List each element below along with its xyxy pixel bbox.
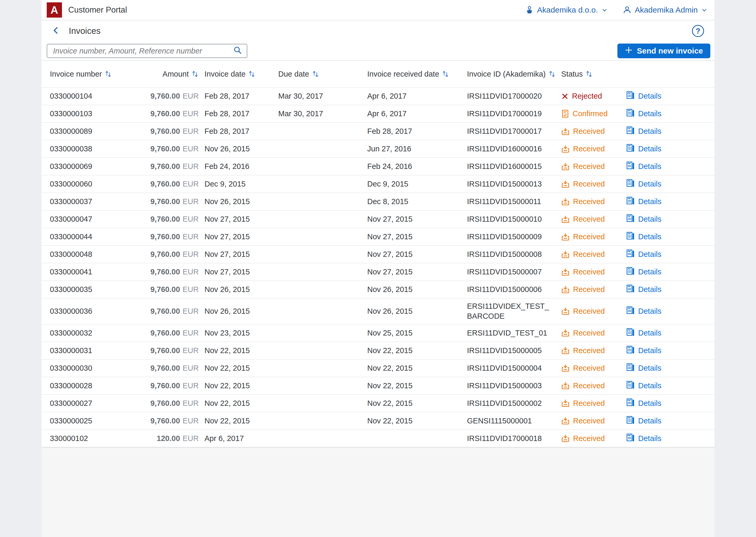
- details-document-icon: [626, 214, 635, 224]
- details-link[interactable]: Details: [626, 196, 706, 207]
- details-link[interactable]: Details: [626, 434, 706, 444]
- details-document-icon: [626, 179, 635, 189]
- page-background: [41, 447, 715, 537]
- details-cell-wrap: Details: [626, 328, 706, 338]
- invoice-date-cell: Nov 27, 2015: [199, 232, 278, 241]
- amount-cell: 9,760.00EUR: [130, 307, 199, 315]
- amount-cell: 9,760.00EUR: [130, 232, 199, 241]
- company-selector[interactable]: Akademika d.o.o.: [525, 6, 608, 15]
- received-inbox-icon: [561, 197, 570, 206]
- invoice-id-cell: IRSI11DVID15000009: [467, 229, 561, 244]
- help-button[interactable]: ?: [692, 25, 704, 37]
- details-link[interactable]: Details: [626, 363, 706, 373]
- column-header-invoice-id[interactable]: Invoice ID (Akademika): [467, 70, 561, 78]
- status-cell: Received: [561, 197, 626, 206]
- invoice-number-cell: 0330000060: [50, 180, 130, 188]
- details-cell-wrap: Details: [626, 108, 706, 119]
- amount-value: 9,760.00: [151, 197, 180, 206]
- back-button[interactable]: [50, 25, 62, 37]
- details-document-icon: [626, 232, 635, 242]
- amount-currency: EUR: [183, 215, 199, 223]
- amount-currency: EUR: [183, 109, 199, 118]
- invoice-table-row: 0330000030 9,760.00EUR Nov 22, 2015 Nov …: [41, 360, 715, 377]
- details-link[interactable]: Details: [626, 232, 706, 242]
- received-inbox-icon: [561, 180, 570, 188]
- invoice-date-cell: Feb 28, 2017: [199, 109, 278, 118]
- status-label: Received: [573, 285, 605, 294]
- details-cell-wrap: Details: [626, 346, 706, 356]
- details-link[interactable]: Details: [626, 306, 706, 316]
- column-header-status[interactable]: Status: [561, 70, 626, 78]
- amount-currency: EUR: [183, 197, 199, 206]
- status-cell: Received: [561, 307, 626, 315]
- details-link[interactable]: Details: [626, 381, 706, 391]
- details-link[interactable]: Details: [626, 416, 706, 426]
- amount-currency: EUR: [183, 180, 199, 188]
- invoice-id-cell: IRSI11DVID15000005: [467, 343, 561, 358]
- invoice-id-cell: IRSI11DVID17000020: [467, 88, 561, 103]
- status-cell: Rejected: [561, 92, 626, 101]
- received-inbox-icon: [561, 145, 570, 153]
- details-label: Details: [638, 197, 661, 206]
- amount-cell: 9,760.00EUR: [130, 329, 199, 337]
- invoice-id-cell: IRSI11DVID15000011: [467, 194, 561, 209]
- invoice-received-date-cell: Nov 26, 2015: [367, 285, 467, 294]
- details-link[interactable]: Details: [626, 249, 706, 260]
- details-link[interactable]: Details: [626, 267, 706, 277]
- details-link[interactable]: Details: [626, 398, 706, 408]
- invoice-id-cell: IRSI11DVID17000019: [467, 106, 561, 121]
- details-cell-wrap: Details: [626, 284, 706, 295]
- invoice-table-row: 0330000044 9,760.00EUR Nov 27, 2015 Nov …: [41, 228, 715, 246]
- invoice-date-cell: Feb 28, 2017: [199, 127, 278, 136]
- search-input[interactable]: [53, 46, 233, 56]
- user-menu[interactable]: Akademika Admin: [623, 6, 708, 15]
- details-link[interactable]: Details: [626, 328, 706, 338]
- amount-value: 9,760.00: [151, 399, 180, 407]
- invoice-date-cell: Nov 27, 2015: [199, 250, 278, 259]
- received-inbox-icon: [561, 364, 570, 372]
- column-header-invoice-date[interactable]: Invoice date: [199, 70, 278, 78]
- invoice-id-cell: IRSI11DVID16000015: [467, 159, 561, 174]
- invoice-table-row: 0330000032 9,760.00EUR Nov 23, 2015 Nov …: [41, 324, 715, 342]
- details-document-icon: [626, 161, 635, 172]
- column-header-invoice-received-date[interactable]: Invoice received date: [367, 70, 467, 78]
- invoice-date-cell: Feb 24, 2016: [199, 162, 278, 171]
- company-logo: A: [47, 2, 62, 18]
- invoice-received-date-cell: Nov 22, 2015: [367, 417, 467, 425]
- column-header-due-date[interactable]: Due date: [278, 70, 367, 78]
- invoice-number-cell: 0330000103: [50, 109, 130, 118]
- status-cell: Received: [561, 232, 626, 241]
- details-label: Details: [638, 346, 661, 355]
- details-link[interactable]: Details: [626, 284, 706, 295]
- details-cell-wrap: Details: [626, 214, 706, 224]
- invoice-received-date-cell: Jun 27, 2016: [367, 145, 467, 153]
- status-cell: Received: [561, 364, 626, 373]
- invoice-id-cell: IRSI11DVID17000018: [467, 431, 561, 446]
- amount-cell: 9,760.00EUR: [130, 268, 199, 276]
- amount-currency: EUR: [183, 346, 199, 355]
- status-label: Received: [573, 307, 605, 315]
- details-link[interactable]: Details: [626, 161, 706, 172]
- details-document-icon: [626, 381, 635, 391]
- status-cell: Received: [561, 268, 626, 276]
- details-link[interactable]: Details: [626, 91, 706, 101]
- details-link[interactable]: Details: [626, 144, 706, 154]
- details-link[interactable]: Details: [626, 346, 706, 356]
- details-label: Details: [638, 92, 661, 101]
- details-label: Details: [638, 285, 661, 294]
- invoice-received-date-cell: Apr 6, 2017: [367, 109, 467, 118]
- column-header-invoice-number[interactable]: Invoice number: [50, 70, 130, 78]
- details-link[interactable]: Details: [626, 214, 706, 224]
- send-new-invoice-button[interactable]: Send new invoice: [617, 44, 710, 58]
- invoice-number-cell: 330000102: [50, 434, 130, 443]
- search-icon[interactable]: [233, 46, 243, 56]
- column-header-amount[interactable]: Amount: [130, 70, 199, 78]
- details-link[interactable]: Details: [626, 126, 706, 137]
- invoice-number-cell: 0330000089: [50, 127, 130, 136]
- invoice-id-cell: IRSI11DVID15000008: [467, 247, 561, 262]
- details-link[interactable]: Details: [626, 108, 706, 119]
- details-link[interactable]: Details: [626, 179, 706, 189]
- received-inbox-icon: [561, 382, 570, 390]
- details-label: Details: [638, 232, 661, 241]
- amount-cell: 9,760.00EUR: [130, 145, 199, 153]
